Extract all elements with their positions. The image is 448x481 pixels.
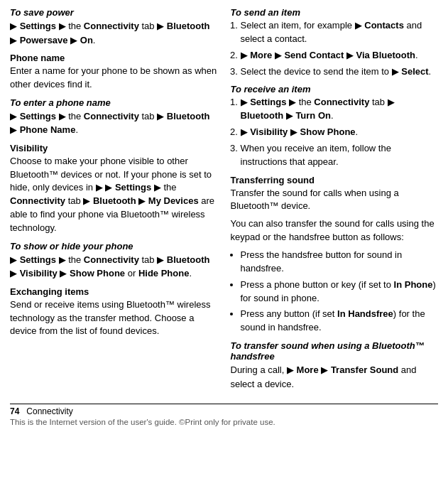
italic-bold-heading: To transfer sound when using a Bluetooth… xyxy=(231,340,439,362)
left-column: To save power▶ Settings ▶ the Connectivi… xyxy=(10,7,218,395)
ordered-list: Select an item, for example ▶ Contacts a… xyxy=(241,19,439,78)
list-item: Select the device to send the item to ▶ … xyxy=(241,65,439,79)
footer-disclaimer: This is the Internet version of the user… xyxy=(10,418,438,426)
nav-line: During a call, ▶ More ▶ Transfer Sound a… xyxy=(231,363,439,391)
ordered-list: ▶ Settings ▶ the Connectivity tab ▶ Blue… xyxy=(241,96,439,168)
list-item: ▶ More ▶ Send Contact ▶ Via Bluetooth. xyxy=(241,49,439,63)
list-item: Press the handsfree button for sound in … xyxy=(241,249,439,276)
italic-bold-heading: To send an item xyxy=(231,7,439,18)
italic-bold-heading: To enter a phone name xyxy=(10,97,218,108)
paragraph: Transfer the sound for calls when using … xyxy=(231,187,439,214)
bold-heading: Transferring sound xyxy=(231,175,439,185)
paragraph-with-nav: Choose to make your phone visible to oth… xyxy=(10,155,218,235)
list-item: When you receive an item, follow the ins… xyxy=(241,142,439,169)
italic-bold-heading: To show or hide your phone xyxy=(10,241,218,252)
list-item: Press a phone button or key (if set to I… xyxy=(241,279,439,306)
bold-heading: Exchanging items xyxy=(10,286,218,297)
paragraph: Send or receive items using Bluetooth™ w… xyxy=(10,298,218,339)
right-column: To send an itemSelect an item, for examp… xyxy=(231,7,439,395)
nav-line: ▶ Settings ▶ the Connectivity tab ▶ Blue… xyxy=(10,19,218,47)
bullet-list: Press the handsfree button for sound in … xyxy=(241,249,439,335)
list-item: ▶ Visibility ▶ Show Phone. xyxy=(241,126,439,139)
bold-heading: Visibility xyxy=(10,143,218,153)
italic-bold-heading: To save power xyxy=(10,7,218,18)
list-item: Select an item, for example ▶ Contacts a… xyxy=(241,19,439,46)
paragraph: You can also transfer the sound for call… xyxy=(231,217,439,244)
footer-section-label: Connectivity xyxy=(26,406,72,416)
nav-line: ▶ Settings ▶ the Connectivity tab ▶ Blue… xyxy=(10,109,218,137)
main-content: To save power▶ Settings ▶ the Connectivi… xyxy=(10,7,438,395)
footer: 74 Connectivity xyxy=(10,404,438,416)
paragraph: Enter a name for your phone to be shown … xyxy=(10,65,218,92)
italic-bold-heading: To receive an item xyxy=(231,84,439,94)
nav-line: ▶ Settings ▶ the Connectivity tab ▶ Blue… xyxy=(10,253,218,281)
page-number: 74 xyxy=(10,406,19,416)
bold-heading: Phone name xyxy=(10,53,218,63)
list-item: ▶ Settings ▶ the Connectivity tab ▶ Blue… xyxy=(241,96,439,123)
list-item: Press any button (if set In Handsfree) f… xyxy=(241,308,439,335)
